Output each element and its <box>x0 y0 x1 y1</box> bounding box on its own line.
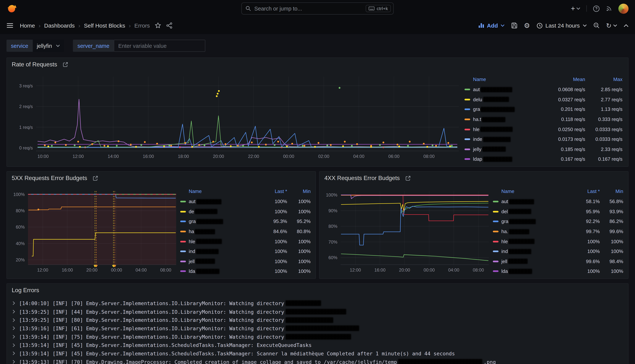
legend-row[interactable]: aut100%100% <box>180 197 311 207</box>
legend-row[interactable]: ind100%100% <box>493 246 623 256</box>
collapse-toolbar-button[interactable] <box>624 24 628 27</box>
legend-row[interactable]: aut0.0608 req/s2.85 req/s <box>464 84 622 94</box>
5xx-legend: NameLast *Minaut100%100%de100%100%gra95.… <box>180 186 311 276</box>
log-line: [13:59:16] [INF] [61] Emby.Server.Implem… <box>11 324 624 333</box>
svg-text:02:00: 02:00 <box>318 154 329 159</box>
expand-chevron-icon[interactable] <box>12 335 16 339</box>
legend-row[interactable]: gra0.201 req/s1.13 req/s <box>464 104 622 114</box>
vari​able-service-select[interactable]: jellyfin <box>33 40 64 52</box>
grafana-logo[interactable] <box>7 3 18 14</box>
rate-of-requests-svg[interactable]: 0 req/s1 req/s2 req/s3 req/s10:0012:0014… <box>11 72 462 162</box>
panel-title[interactable]: 4XX Requests Error Budgets <box>324 175 400 181</box>
expand-chevron-icon[interactable] <box>12 343 16 347</box>
expand-chevron-icon[interactable] <box>12 326 16 330</box>
legend-row[interactable]: del95.9%93.9% <box>493 207 623 216</box>
panel-title[interactable]: 5XX Requests Error Budgets <box>12 175 87 181</box>
new-menu-button[interactable]: + <box>571 5 580 12</box>
expand-chevron-icon[interactable] <box>12 352 16 356</box>
legend-header-col1[interactable]: Last * <box>259 189 287 194</box>
breadcrumb-item[interactable]: Home <box>20 22 35 29</box>
legend-series-name-text: aut <box>189 199 196 204</box>
legend-series-name: jelly <box>473 146 506 152</box>
zoom-out-button[interactable] <box>593 22 600 29</box>
rate-of-requests-chart[interactable]: 0 req/s1 req/s2 req/s3 req/s10:0012:0014… <box>11 72 462 162</box>
panel-header[interactable]: 4XX Requests Error Budgets <box>324 175 411 181</box>
legend-header-col2[interactable]: Min <box>287 189 311 194</box>
search-input[interactable]: Search or jump to... ctrl+k <box>241 2 393 15</box>
panel-header[interactable]: 5XX Requests Error Budgets <box>12 175 98 181</box>
legend-row[interactable]: lda100%100% <box>180 266 311 276</box>
legend-row[interactable]: delu0.0327 req/s2.77 req/s <box>464 94 622 104</box>
5xx-error-budget-chart[interactable]: 20%40%60%80%100%12:0016:0020:0000:0004:0… <box>10 186 179 276</box>
legend-row[interactable]: jell99.6%98.4% <box>493 256 623 266</box>
clock-icon <box>536 22 542 28</box>
legend-header-name[interactable]: Name <box>501 189 514 194</box>
share-button[interactable] <box>166 22 173 29</box>
legend-row[interactable]: hle0.0250 req/s0.0333 req/s <box>464 124 622 134</box>
legend-value-2: 0.0333 req/s <box>585 136 622 142</box>
refresh-button[interactable]: ↻ <box>606 22 617 29</box>
help-button[interactable] <box>593 5 600 12</box>
legend-header-col1[interactable]: Last * <box>571 189 600 194</box>
panel-header[interactable]: Rate of Requests <box>12 61 68 68</box>
save-dashboard-button[interactable] <box>511 22 517 29</box>
legend-header-col1[interactable]: Mean <box>541 76 585 82</box>
breadcrumb-item[interactable]: Self Host Blocks <box>84 22 125 29</box>
legend-row[interactable]: gra95.3%95.2% <box>180 216 311 226</box>
external-link-icon[interactable] <box>63 62 68 67</box>
legend-row[interactable]: ind100%100% <box>180 246 311 256</box>
err-budget-5xx-svg[interactable]: 20%40%60%80%100%12:0016:0020:0000:0004:0… <box>10 186 179 276</box>
news-button[interactable] <box>606 5 612 12</box>
log-text: [13:59:16] [INF] [61] Emby.Server.Implem… <box>19 325 284 331</box>
legend-header-name[interactable]: Name <box>189 189 202 194</box>
mega-menu-toggle[interactable] <box>7 23 14 28</box>
breadcrumb-item[interactable]: Errors <box>134 22 150 29</box>
legend-row[interactable]: inde0.0173 req/s0.0333 req/s <box>464 134 622 144</box>
external-link-icon[interactable] <box>405 176 411 181</box>
legend-row[interactable]: lda100%100% <box>493 266 623 276</box>
legend-row[interactable]: hle100%100% <box>493 236 623 246</box>
breadcrumb-separator: › <box>79 22 80 29</box>
user-avatar[interactable] <box>618 4 628 14</box>
panel-title[interactable]: Log Errors <box>12 287 39 294</box>
legend-series-name: lda <box>501 268 532 274</box>
legend-header-col2[interactable]: Min <box>600 189 623 194</box>
variable-server-name-input[interactable] <box>114 40 206 52</box>
legend-row[interactable]: ha84.6%80.8% <box>180 226 311 236</box>
external-link-icon[interactable] <box>93 176 98 181</box>
legend-row[interactable]: ha.99.7%99.6% <box>493 226 623 236</box>
legend-value-2: 56.8% <box>600 199 623 204</box>
legend-header-name[interactable]: Name <box>473 76 486 82</box>
svg-text:16:00: 16:00 <box>62 268 73 272</box>
legend-series-name: inde <box>473 136 511 142</box>
panel-5xx-error-budgets: 5XX Requests Error Budgets 20%40%60%80%1… <box>7 171 316 279</box>
expand-chevron-icon[interactable] <box>12 360 16 364</box>
legend-series-name-text: lda <box>189 268 195 274</box>
search-placeholder: Search or jump to... <box>254 6 302 12</box>
panel-header[interactable]: Log Errors <box>12 287 39 294</box>
legend-row[interactable]: ha.t0.118 req/s0.333 req/s <box>464 114 622 124</box>
legend-row[interactable]: gra92.2%86.2% <box>493 216 623 226</box>
time-range-picker[interactable]: Last 24 hours <box>536 22 586 29</box>
legend-row[interactable]: jelly0.185 req/s2.33 req/s <box>464 144 622 154</box>
legend-row[interactable]: de100%100% <box>180 207 311 216</box>
series-color-swatch <box>464 158 470 160</box>
legend-row[interactable]: jell100%100% <box>180 256 311 266</box>
favorite-star-button[interactable] <box>155 22 161 29</box>
legend-row[interactable]: hle100%100% <box>180 236 311 246</box>
err-budget-4xx-svg[interactable]: 60%70%80%90%100%12:0016:0020:0000:0004:0… <box>323 186 491 276</box>
expand-chevron-icon[interactable] <box>12 310 16 314</box>
panel-title[interactable]: Rate of Requests <box>12 61 57 68</box>
redacted-text <box>285 326 359 331</box>
breadcrumb-item[interactable]: Dashboards <box>44 22 75 29</box>
series-color-swatch <box>180 211 186 212</box>
legend-header-col2[interactable]: Max <box>585 76 622 82</box>
legend-row[interactable]: ldap0.167 req/s0.167 req/s <box>464 154 622 164</box>
dashboard-settings-button[interactable]: ⚙ <box>524 22 530 30</box>
series-color-swatch <box>180 250 186 252</box>
4xx-error-budget-chart[interactable]: 60%70%80%90%100%12:0016:0020:0000:0004:0… <box>323 186 491 276</box>
expand-chevron-icon[interactable] <box>12 318 16 322</box>
expand-chevron-icon[interactable] <box>12 301 16 305</box>
add-panel-button[interactable]: Add <box>478 22 504 29</box>
legend-row[interactable]: aut58.1%56.8% <box>493 197 623 207</box>
